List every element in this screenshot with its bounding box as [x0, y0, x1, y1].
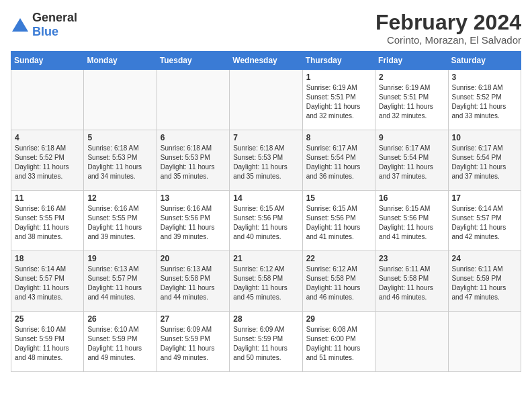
- calendar-cell: 19Sunrise: 6:13 AM Sunset: 5:57 PM Dayli…: [84, 251, 157, 312]
- day-info: Sunrise: 6:16 AM Sunset: 5:55 PM Dayligh…: [87, 204, 152, 242]
- calendar-cell: 21Sunrise: 6:12 AM Sunset: 5:58 PM Dayli…: [230, 251, 302, 312]
- header-day-thursday: Thursday: [302, 52, 375, 70]
- header-day-monday: Monday: [84, 52, 157, 70]
- calendar-cell: 17Sunrise: 6:14 AM Sunset: 5:57 PM Dayli…: [448, 191, 521, 251]
- day-number: 20: [161, 254, 226, 263]
- day-number: 27: [161, 314, 226, 324]
- day-info: Sunrise: 6:18 AM Sunset: 5:53 PM Dayligh…: [87, 144, 152, 181]
- calendar-cell: 29Sunrise: 6:08 AM Sunset: 6:00 PM Dayli…: [302, 312, 375, 372]
- calendar-cell: 18Sunrise: 6:14 AM Sunset: 5:57 PM Dayli…: [11, 251, 84, 312]
- day-info: Sunrise: 6:17 AM Sunset: 5:54 PM Dayligh…: [452, 144, 517, 181]
- calendar-cell: 14Sunrise: 6:15 AM Sunset: 5:56 PM Dayli…: [230, 191, 302, 251]
- week-row-5: 25Sunrise: 6:10 AM Sunset: 5:59 PM Dayli…: [11, 312, 521, 372]
- day-info: Sunrise: 6:09 AM Sunset: 5:59 PM Dayligh…: [161, 325, 226, 363]
- calendar-cell: 24Sunrise: 6:11 AM Sunset: 5:59 PM Dayli…: [448, 251, 521, 312]
- day-number: 4: [15, 133, 80, 142]
- day-number: 9: [379, 133, 444, 142]
- day-number: 25: [15, 314, 80, 324]
- day-info: Sunrise: 6:12 AM Sunset: 5:58 PM Dayligh…: [306, 265, 371, 302]
- day-number: 13: [161, 193, 226, 203]
- week-row-2: 4Sunrise: 6:18 AM Sunset: 5:52 PM Daylig…: [11, 130, 521, 191]
- calendar-cell: [157, 70, 229, 130]
- day-number: 14: [233, 193, 298, 203]
- day-info: Sunrise: 6:18 AM Sunset: 5:52 PM Dayligh…: [15, 144, 80, 181]
- calendar-table: SundayMondayTuesdayWednesdayThursdayFrid…: [11, 51, 521, 372]
- day-info: Sunrise: 6:14 AM Sunset: 5:57 PM Dayligh…: [15, 265, 80, 302]
- header-day-sunday: Sunday: [11, 52, 84, 70]
- day-number: 2: [379, 73, 444, 82]
- calendar-cell: 13Sunrise: 6:16 AM Sunset: 5:56 PM Dayli…: [157, 191, 229, 251]
- logo-general: General: [32, 11, 77, 24]
- day-info: Sunrise: 6:13 AM Sunset: 5:58 PM Dayligh…: [161, 265, 226, 302]
- day-number: 12: [87, 193, 152, 203]
- week-row-1: 1Sunrise: 6:19 AM Sunset: 5:51 PM Daylig…: [11, 70, 521, 130]
- day-info: Sunrise: 6:16 AM Sunset: 5:56 PM Dayligh…: [161, 204, 226, 242]
- calendar-cell: 7Sunrise: 6:18 AM Sunset: 5:53 PM Daylig…: [230, 130, 302, 191]
- day-info: Sunrise: 6:17 AM Sunset: 5:54 PM Dayligh…: [306, 144, 371, 181]
- day-number: 10: [452, 133, 517, 142]
- calendar-cell: [230, 70, 302, 130]
- calendar-cell: 26Sunrise: 6:10 AM Sunset: 5:59 PM Dayli…: [84, 312, 157, 372]
- calendar-cell: 16Sunrise: 6:15 AM Sunset: 5:56 PM Dayli…: [375, 191, 448, 251]
- day-info: Sunrise: 6:17 AM Sunset: 5:54 PM Dayligh…: [379, 144, 444, 181]
- week-row-4: 18Sunrise: 6:14 AM Sunset: 5:57 PM Dayli…: [11, 251, 521, 312]
- day-number: 23: [379, 254, 444, 263]
- logo-blue: Blue: [32, 25, 58, 38]
- header-row: SundayMondayTuesdayWednesdayThursdayFrid…: [11, 52, 521, 70]
- calendar-cell: 3Sunrise: 6:18 AM Sunset: 5:52 PM Daylig…: [448, 70, 521, 130]
- day-number: 22: [306, 254, 371, 263]
- calendar-cell: [11, 70, 84, 130]
- calendar-cell: 12Sunrise: 6:16 AM Sunset: 5:55 PM Dayli…: [84, 191, 157, 251]
- main-title: February 2024: [375, 11, 521, 34]
- calendar-cell: 15Sunrise: 6:15 AM Sunset: 5:56 PM Dayli…: [302, 191, 375, 251]
- svg-marker-0: [12, 18, 28, 32]
- header-day-friday: Friday: [375, 52, 448, 70]
- title-area: February 2024 Corinto, Morazan, El Salva…: [375, 11, 521, 46]
- header: General Blue February 2024 Corinto, Mora…: [11, 11, 521, 46]
- calendar-cell: 11Sunrise: 6:16 AM Sunset: 5:55 PM Dayli…: [11, 191, 84, 251]
- day-info: Sunrise: 6:11 AM Sunset: 5:58 PM Dayligh…: [379, 265, 444, 302]
- header-day-tuesday: Tuesday: [157, 52, 229, 70]
- day-info: Sunrise: 6:15 AM Sunset: 5:56 PM Dayligh…: [233, 204, 298, 242]
- day-info: Sunrise: 6:11 AM Sunset: 5:59 PM Dayligh…: [452, 265, 517, 302]
- logo-text: General Blue: [32, 11, 77, 39]
- calendar-cell: [375, 312, 448, 372]
- calendar-cell: 22Sunrise: 6:12 AM Sunset: 5:58 PM Dayli…: [302, 251, 375, 312]
- day-number: 21: [233, 254, 298, 263]
- calendar-cell: 6Sunrise: 6:18 AM Sunset: 5:53 PM Daylig…: [157, 130, 229, 191]
- day-number: 26: [87, 314, 152, 324]
- day-info: Sunrise: 6:15 AM Sunset: 5:56 PM Dayligh…: [306, 204, 371, 242]
- day-info: Sunrise: 6:09 AM Sunset: 5:59 PM Dayligh…: [233, 325, 298, 363]
- day-number: 24: [452, 254, 517, 263]
- day-info: Sunrise: 6:08 AM Sunset: 6:00 PM Dayligh…: [306, 325, 371, 363]
- day-info: Sunrise: 6:12 AM Sunset: 5:58 PM Dayligh…: [233, 265, 298, 302]
- header-day-saturday: Saturday: [448, 52, 521, 70]
- day-number: 16: [379, 193, 444, 203]
- header-day-wednesday: Wednesday: [230, 52, 302, 70]
- subtitle: Corinto, Morazan, El Salvador: [375, 34, 521, 46]
- calendar-cell: [84, 70, 157, 130]
- calendar-cell: 1Sunrise: 6:19 AM Sunset: 5:51 PM Daylig…: [302, 70, 375, 130]
- day-info: Sunrise: 6:10 AM Sunset: 5:59 PM Dayligh…: [15, 325, 80, 363]
- calendar-cell: 9Sunrise: 6:17 AM Sunset: 5:54 PM Daylig…: [375, 130, 448, 191]
- calendar-cell: 4Sunrise: 6:18 AM Sunset: 5:52 PM Daylig…: [11, 130, 84, 191]
- day-info: Sunrise: 6:18 AM Sunset: 5:53 PM Dayligh…: [233, 144, 298, 181]
- calendar-cell: 28Sunrise: 6:09 AM Sunset: 5:59 PM Dayli…: [230, 312, 302, 372]
- day-number: 28: [233, 314, 298, 324]
- day-info: Sunrise: 6:10 AM Sunset: 5:59 PM Dayligh…: [87, 325, 152, 363]
- day-info: Sunrise: 6:13 AM Sunset: 5:57 PM Dayligh…: [87, 265, 152, 302]
- calendar-cell: 23Sunrise: 6:11 AM Sunset: 5:58 PM Dayli…: [375, 251, 448, 312]
- calendar-cell: 20Sunrise: 6:13 AM Sunset: 5:58 PM Dayli…: [157, 251, 229, 312]
- calendar-cell: 25Sunrise: 6:10 AM Sunset: 5:59 PM Dayli…: [11, 312, 84, 372]
- day-info: Sunrise: 6:15 AM Sunset: 5:56 PM Dayligh…: [379, 204, 444, 242]
- day-info: Sunrise: 6:14 AM Sunset: 5:57 PM Dayligh…: [452, 204, 517, 242]
- day-number: 8: [306, 133, 371, 142]
- day-number: 3: [452, 73, 517, 82]
- calendar-cell: 27Sunrise: 6:09 AM Sunset: 5:59 PM Dayli…: [157, 312, 229, 372]
- day-info: Sunrise: 6:19 AM Sunset: 5:51 PM Dayligh…: [379, 83, 444, 121]
- day-number: 6: [161, 133, 226, 142]
- calendar-cell: 10Sunrise: 6:17 AM Sunset: 5:54 PM Dayli…: [448, 130, 521, 191]
- day-info: Sunrise: 6:19 AM Sunset: 5:51 PM Dayligh…: [306, 83, 371, 121]
- calendar-cell: [448, 312, 521, 372]
- day-number: 5: [87, 133, 152, 142]
